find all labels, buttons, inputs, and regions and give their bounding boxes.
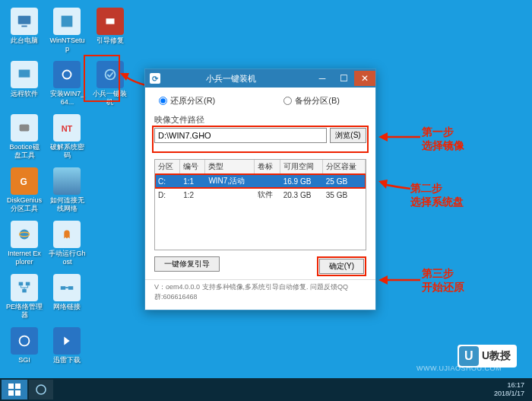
col-size: 分区容量 xyxy=(322,160,365,174)
arrow-step3 xyxy=(378,271,424,291)
taskbar[interactable]: 16:17 2018/1/17 xyxy=(0,378,532,401)
icon-label: Internet Explorer xyxy=(6,250,43,266)
clock-time: 16:17 xyxy=(494,381,524,390)
svg-text:G: G xyxy=(21,177,27,187)
svg-rect-13 xyxy=(26,282,30,286)
partition-table-wrap: 分区 编号 类型 卷标 可用空间 分区容量 C: 1:1 WIN7,活动 xyxy=(154,159,366,250)
svg-rect-14 xyxy=(22,289,27,293)
window-title: 小兵一键装机 xyxy=(150,73,312,84)
svg-marker-20 xyxy=(378,180,388,189)
svg-marker-19 xyxy=(378,132,388,142)
svg-rect-2 xyxy=(62,16,73,27)
maximize-button[interactable]: ☐ xyxy=(333,71,354,86)
svg-rect-4 xyxy=(19,70,30,78)
image-path-input[interactable] xyxy=(154,128,327,143)
svg-rect-15 xyxy=(61,286,65,290)
arrow-step2 xyxy=(378,177,413,199)
svg-point-10 xyxy=(20,230,30,240)
browse-button[interactable]: 浏览(S) xyxy=(330,128,366,143)
col-type: 类型 xyxy=(205,160,255,174)
icon-label: 破解系统密码 xyxy=(49,143,85,160)
step-title: 第三步 xyxy=(422,266,464,280)
desktop-icon-pc[interactable]: 此台电脑 xyxy=(6,8,43,45)
desktop-icon-netlink[interactable]: 网络链接 xyxy=(49,274,85,311)
desktop-icon-ie[interactable]: Internet Explorer xyxy=(6,221,43,266)
svg-point-26 xyxy=(36,385,46,394)
svg-rect-1 xyxy=(21,26,27,27)
step-sub: 开始还原 xyxy=(422,280,464,294)
window-body: 还原分区(R) 备份分区(B) 映像文件路径 浏览(S) 分区 编号 类型 卷标 xyxy=(145,88,375,307)
svg-rect-25 xyxy=(15,390,21,396)
desktop-icon-wifi-help[interactable]: 如何连接无线网络 xyxy=(49,167,85,213)
radio-backup-input[interactable] xyxy=(283,97,292,105)
svg-rect-0 xyxy=(18,16,31,24)
desktop-icon-bootice[interactable]: Bootice磁盘工具 xyxy=(6,114,43,160)
svg-marker-21 xyxy=(378,275,388,285)
ok-button[interactable]: 确定(Y) xyxy=(319,259,364,274)
image-path-label: 映像文件路径 xyxy=(154,114,366,126)
icon-label: WinNTSetup xyxy=(49,37,85,53)
badge-icon: U xyxy=(459,346,479,366)
taskbar-app-installer[interactable] xyxy=(29,380,53,399)
col-partition: 分区 xyxy=(155,160,180,174)
radio-restore-input[interactable] xyxy=(159,97,167,105)
svg-rect-23 xyxy=(15,383,21,389)
desktop-icon-diskgenius[interactable]: GDiskGenius分区工具 xyxy=(6,167,43,213)
installer-window: ⟳ 小兵一键装机 ─ ☐ ✕ 还原分区(R) 备份分区(B) 映像文件路径 浏览… xyxy=(144,68,376,310)
desktop-icon-ghost[interactable]: 手动运行Ghost xyxy=(49,221,85,266)
col-free: 可用空间 xyxy=(280,160,322,174)
svg-marker-18 xyxy=(120,73,129,81)
desktop-icon-netmgr[interactable]: PE络络管理器 xyxy=(6,274,43,320)
start-button[interactable] xyxy=(2,380,27,399)
clock-date: 2018/1/17 xyxy=(494,390,524,398)
svg-point-17 xyxy=(20,336,30,346)
step-sub: 选择系统盘 xyxy=(410,195,464,208)
badge-text: U教授 xyxy=(482,349,511,363)
table-row[interactable]: C: 1:1 WIN7,活动 16.9 GB 25 GB xyxy=(155,174,366,189)
desktop-icon-sgi[interactable]: SGI xyxy=(6,327,43,364)
desktop-icon-remote[interactable]: 远程软件 xyxy=(6,61,43,98)
step-sub: 选择镜像 xyxy=(422,138,464,152)
desktop-icon-install-win7[interactable]: 安装WIN7_64... xyxy=(49,61,85,107)
arrow-step1 xyxy=(378,128,424,148)
desktop-icon-xunlei[interactable]: 迅雷下载 xyxy=(49,327,85,364)
mode-radio-group: 还原分区(R) 备份分区(B) xyxy=(154,95,366,107)
partition-table[interactable]: 分区 编号 类型 卷标 可用空间 分区容量 C: 1:1 WIN7,活动 xyxy=(155,160,366,202)
table-row[interactable]: D: 1:2 软件 20.3 GB 35 GB xyxy=(155,188,366,202)
icon-label: DiskGenius分区工具 xyxy=(6,196,43,213)
repair-boot-button[interactable]: 一键修复引导 xyxy=(154,256,220,272)
table-header-row: 分区 编号 类型 卷标 可用空间 分区容量 xyxy=(155,160,366,174)
svg-text:NT: NT xyxy=(62,124,73,133)
minimize-button[interactable]: ─ xyxy=(312,71,333,86)
col-index: 编号 xyxy=(180,160,205,174)
highlight-ok-button: 确定(Y) xyxy=(317,256,366,276)
col-label: 卷标 xyxy=(255,160,280,174)
annotation-step2: 第二步 选择系统盘 xyxy=(410,181,464,208)
desktop: 此台电脑 WinNTSetup 引导修复 远程软件 安装WIN7_64... 小… xyxy=(0,0,532,401)
icon-label: 安装WIN7_64... xyxy=(49,90,85,107)
radio-backup[interactable]: 备份分区(B) xyxy=(283,95,340,107)
icon-label: 迅雷下载 xyxy=(49,356,85,364)
radio-restore[interactable]: 还原分区(R) xyxy=(159,95,215,107)
icon-label: 手动运行Ghost xyxy=(49,250,85,266)
icon-label: 网络链接 xyxy=(49,303,85,311)
windows-logo-icon xyxy=(8,383,21,396)
icon-label: 此台电脑 xyxy=(6,37,43,45)
step-title: 第一步 xyxy=(422,125,464,138)
icon-label: 引导修复 xyxy=(92,37,128,45)
annotation-step3: 第三步 开始还原 xyxy=(422,266,464,294)
svg-rect-12 xyxy=(19,282,24,286)
svg-rect-22 xyxy=(8,383,14,389)
icon-label: 如何连接无线网络 xyxy=(49,196,85,213)
svg-rect-24 xyxy=(8,390,14,396)
annotation-step1: 第一步 选择镜像 xyxy=(422,125,464,152)
desktop-icon-bootrepair[interactable]: 引导修复 xyxy=(92,8,128,45)
desktop-icon-ntpwd[interactable]: NT破解系统密码 xyxy=(49,114,85,160)
highlight-installer-icon xyxy=(84,55,120,102)
watermark-badge: U U教授 xyxy=(458,345,517,368)
svg-rect-16 xyxy=(68,286,73,290)
close-button[interactable]: ✕ xyxy=(354,71,375,86)
titlebar[interactable]: ⟳ 小兵一键装机 ─ ☐ ✕ xyxy=(145,69,375,88)
desktop-icon-winntsetup[interactable]: WinNTSetup xyxy=(49,8,85,53)
system-tray[interactable]: 16:17 2018/1/17 xyxy=(494,381,530,398)
